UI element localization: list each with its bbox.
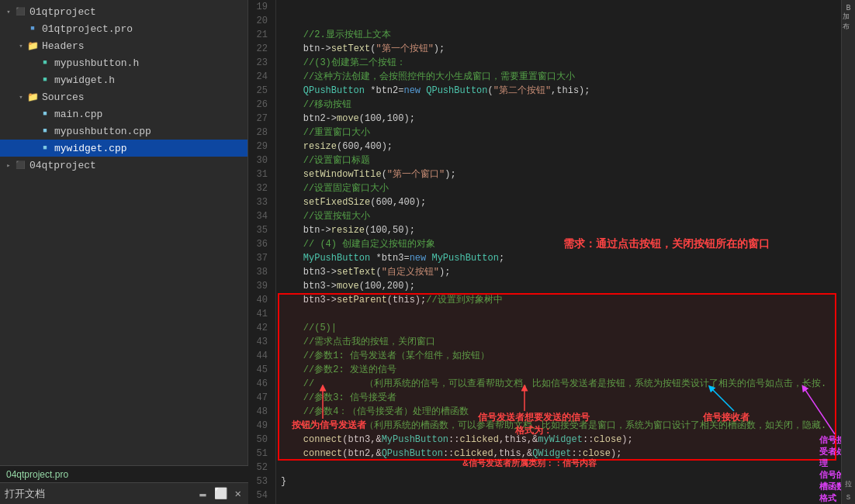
code-line-33: btn->resize(100,50); <box>276 223 841 237</box>
chevron-right-icon: ▸ <box>3 161 14 170</box>
project2-label: 04qtproject <box>29 160 96 171</box>
cpp-file-icon: ■ <box>39 108 51 120</box>
right-btn-add[interactable]: 加布 <box>843 16 855 28</box>
code-line-48: connect(btn3,&MyPushButton::clicked,this… <box>276 433 841 447</box>
sources-label: Sources <box>42 91 85 103</box>
code-line-27: resize(600,400); <box>276 140 841 154</box>
code-line-50 <box>276 461 841 475</box>
sidebar-item-pro-file[interactable]: ■ 01qtproject.pro <box>0 20 248 37</box>
code-line-47: // （利用系统的槽函数，可以参看帮助文档。比如接受者是窗口，系统为窗口设计了相… <box>276 419 841 433</box>
sidebar-item-04qtproject[interactable]: ▸ ⬛ 04qtproject <box>0 157 248 174</box>
sidebar-item-mypushbutton-cpp[interactable]: ■ mypushbutton.cpp <box>0 123 248 140</box>
code-content[interactable]: //2.显示按钮上文本 btn->setText("第一个按钮"); //(3)… <box>276 0 841 504</box>
cpp-file-icon2: ■ <box>39 125 51 137</box>
code-line-45: //参数3: 信号接受者 <box>276 391 841 405</box>
open-file-name: 04qtproject.pro <box>6 469 68 480</box>
cpp-file-icon3: ■ <box>39 142 51 154</box>
code-line-42: //参数1: 信号发送者（某个组件，如按钮） <box>276 349 841 363</box>
mypushbutton-h-label: mypushbutton.h <box>54 57 139 69</box>
line-numbers: 1920212223242526272829303132333435363738… <box>248 0 276 504</box>
right-btn-s[interactable]: S <box>843 492 855 504</box>
code-line-21: //(3)创建第二个按钮： <box>276 56 841 70</box>
h-file-icon: ■ <box>39 57 51 69</box>
code-lines: //2.显示按钮上文本 btn->setText("第一个按钮"); //(3)… <box>276 0 841 504</box>
chevron-down-icon: ▾ <box>16 93 26 102</box>
code-line-51: } <box>276 475 841 488</box>
sidebar-item-root-project[interactable]: ▾ ⬛ 01qtproject <box>0 3 248 20</box>
sidebar-item-mypushbutton-h[interactable]: ■ mypushbutton.h <box>0 54 248 71</box>
h-file-icon2: ■ <box>39 74 51 86</box>
code-line-36: btn3->setText("自定义按钮"); <box>276 265 841 279</box>
code-line-37: btn3->move(100,200); <box>276 279 841 293</box>
headers-label: Headers <box>42 40 85 52</box>
code-line-22: //这种方法创建，会按照控件的大小生成窗口，需要重置窗口大小 <box>276 70 841 84</box>
open-file-label: 04qtproject.pro <box>0 465 248 482</box>
code-line-44: // （利用系统的信号，可以查看帮助文档。比如信号发送者是按钮，系统为按钮类设计… <box>276 377 841 391</box>
code-line-34: // (4) 创建自定义按钮的对象 <box>276 237 841 251</box>
code-line-40: //(5)| <box>276 321 841 335</box>
code-line-28: //设置窗口标题 <box>276 154 841 167</box>
minus-button[interactable]: ▬ <box>197 487 208 501</box>
code-line-23: QPushButton *btn2=new QPushButton("第二个按钮… <box>276 84 841 98</box>
mywidget-cpp-label: mywidget.cpp <box>54 143 127 154</box>
split-button[interactable]: ⬜ <box>212 486 230 501</box>
pro-file-label: 01qtproject.pro <box>42 23 133 35</box>
code-line-31: setFixedSize(600,400); <box>276 195 841 209</box>
code-line-26: //重置窗口大小 <box>276 126 841 140</box>
right-panel: B 加布 拉 S <box>841 0 855 504</box>
code-line-43: //参数2: 发送的信号 <box>276 363 841 377</box>
sources-folder-icon: 📁 <box>26 91 39 103</box>
code-line-25: btn2->move(100,100); <box>276 112 841 126</box>
code-line-30: //设置固定窗口大小 <box>276 181 841 195</box>
code-line-35: MyPushButton *btn3=new MyPushButton; <box>276 251 841 265</box>
code-line-41: //需求点击我的按钮，关闭窗口 <box>276 335 841 349</box>
open-doc-label: 打开文档 <box>5 487 194 501</box>
right-btn-la[interactable]: 拉 <box>843 478 855 490</box>
sidebar-item-mywidget-h[interactable]: ■ mywidget.h <box>0 71 248 88</box>
bottom-bar: 打开文档 ▬ ⬜ ✕ <box>0 482 248 504</box>
sidebar-item-main-cpp[interactable]: ■ main.cpp <box>0 105 248 123</box>
code-line-19: //2.显示按钮上文本 <box>276 28 841 42</box>
code-line-39 <box>276 307 841 321</box>
sidebar-item-mywidget-cpp[interactable]: ■ mywidget.cpp <box>0 140 248 157</box>
project-icon: ⬛ <box>14 5 26 18</box>
mywidget-h-label: mywidget.h <box>54 74 115 86</box>
code-line-20: btn->setText("第一个按钮"); <box>276 42 841 56</box>
sidebar: ▾ ⬛ 01qtproject ■ 01qtproject.pro ▾ 📁 He… <box>0 0 248 504</box>
code-line-38: btn3->setParent(this);//设置到对象树中 <box>276 293 841 307</box>
code-line-24: //移动按钮 <box>276 98 841 112</box>
root-project-label: 01qtproject <box>29 6 96 18</box>
code-line-49: connect(btn2,&QPushButton::clicked,this,… <box>276 447 841 461</box>
code-line-32: //设置按钮大小 <box>276 209 841 223</box>
code-line-46: //参数4：（信号接受者）处理的槽函数 <box>276 405 841 419</box>
chevron-down-icon: ▾ <box>16 42 26 50</box>
code-line-52 <box>276 488 841 502</box>
mypushbutton-cpp-label: mypushbutton.cpp <box>54 126 151 137</box>
sidebar-item-headers[interactable]: ▾ 📁 Headers <box>0 37 248 54</box>
pro-file-icon: ■ <box>26 22 39 35</box>
code-view[interactable]: 1920212223242526272829303132333435363738… <box>248 0 855 504</box>
folder-icon: 📁 <box>26 40 39 52</box>
file-tree: ▾ ⬛ 01qtproject ■ 01qtproject.pro ▾ 📁 He… <box>0 0 248 504</box>
project2-icon: ⬛ <box>14 159 26 171</box>
main-cpp-label: main.cpp <box>54 109 102 120</box>
chevron-down-icon: ▾ <box>3 8 14 16</box>
x-button[interactable]: ✕ <box>233 486 244 501</box>
editor-area: 1920212223242526272829303132333435363738… <box>248 0 855 504</box>
code-line-29: setWindowTitle("第一个窗口"); <box>276 167 841 181</box>
sidebar-item-sources[interactable]: ▾ 📁 Sources <box>0 88 248 105</box>
